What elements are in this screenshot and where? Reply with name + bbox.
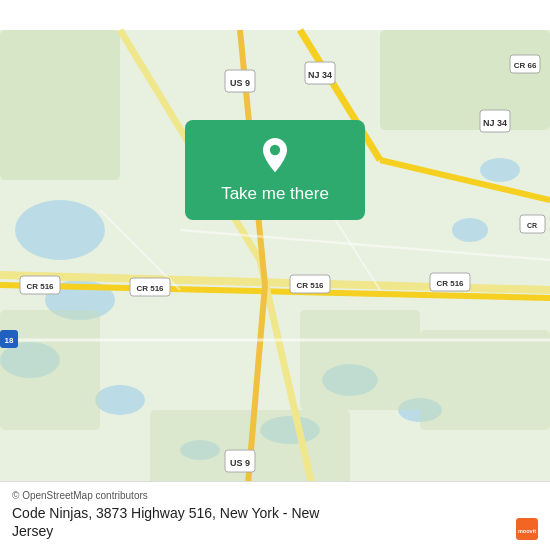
- svg-text:CR 516: CR 516: [26, 282, 54, 291]
- svg-text:18: 18: [5, 336, 14, 345]
- svg-text:CR 516: CR 516: [436, 279, 464, 288]
- moovit-icon: moovit: [516, 518, 538, 540]
- svg-text:CR: CR: [527, 222, 537, 229]
- svg-text:US 9: US 9: [230, 78, 250, 88]
- svg-point-1: [15, 200, 105, 260]
- svg-point-4: [95, 385, 145, 415]
- svg-rect-13: [0, 310, 100, 430]
- svg-rect-14: [300, 310, 420, 410]
- svg-text:CR 516: CR 516: [136, 284, 164, 293]
- svg-rect-11: [0, 30, 120, 180]
- map-container: US 9 NJ 34 NJ 34 CR 516 CR 516 CR 516 CR…: [0, 0, 550, 550]
- location-line1: Code Ninjas, 3873 Highway 516, New York …: [12, 505, 319, 521]
- svg-text:CR 66: CR 66: [514, 61, 537, 70]
- svg-point-10: [480, 158, 520, 182]
- attribution-text: © OpenStreetMap contributors: [12, 490, 148, 501]
- location-text: Code Ninjas, 3873 Highway 516, New York …: [12, 504, 319, 540]
- svg-rect-16: [420, 330, 550, 430]
- svg-text:moovit: moovit: [518, 528, 536, 534]
- svg-point-9: [452, 218, 488, 242]
- svg-point-51: [270, 145, 280, 155]
- svg-rect-12: [380, 30, 550, 130]
- map-background: US 9 NJ 34 NJ 34 CR 516 CR 516 CR 516 CR…: [0, 0, 550, 550]
- location-pin-icon: [257, 138, 293, 174]
- take-me-there-button[interactable]: Take me there: [221, 184, 329, 204]
- location-line2: Jersey: [12, 523, 53, 539]
- svg-text:CR 516: CR 516: [296, 281, 324, 290]
- moovit-logo: moovit: [516, 518, 538, 540]
- map-attribution: © OpenStreetMap contributors: [12, 490, 538, 501]
- svg-text:NJ 34: NJ 34: [308, 70, 332, 80]
- svg-text:NJ 34: NJ 34: [483, 118, 507, 128]
- info-bar: © OpenStreetMap contributors Code Ninjas…: [0, 481, 550, 550]
- location-card: Take me there: [185, 120, 365, 220]
- svg-text:US 9: US 9: [230, 458, 250, 468]
